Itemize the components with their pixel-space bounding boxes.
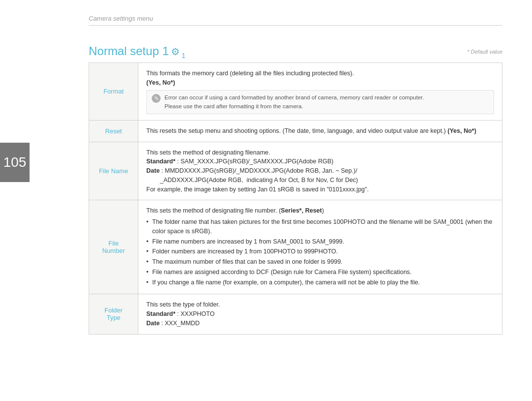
list-item: File names are assigned according to DCF… <box>146 268 494 277</box>
filenumber-label: FileNumber <box>89 200 138 294</box>
filenumber-bullets: The folder name that has taken pictures … <box>146 217 494 287</box>
table-row: File Name This sets the method of design… <box>89 142 502 200</box>
default-value-label: * Default value <box>467 49 502 55</box>
filename-label: File Name <box>89 142 138 200</box>
table-row: FileNumber This sets the method of desig… <box>89 200 502 294</box>
reset-label: Reset <box>89 120 138 142</box>
section-heading: Normal setup 1⚙1 * Default value <box>89 44 502 60</box>
foldertype-content: This sets the type of folder. Standard* … <box>138 294 502 334</box>
foldertype-label: FolderType <box>89 294 138 334</box>
page-number-tab: 105 <box>0 143 30 182</box>
page-container: 105 Camera settings menu Normal setup 1⚙… <box>0 0 532 401</box>
list-item: Folder numbers are increased by 1 from 1… <box>146 247 494 256</box>
header-title: Camera settings menu <box>89 15 153 22</box>
settings-icon: ⚙ <box>171 46 180 58</box>
note-icon: ✎ <box>152 94 161 103</box>
format-note: ✎ Error can occur if using a card format… <box>146 90 494 114</box>
section-title: Normal setup 1⚙1 <box>89 44 186 60</box>
format-label: Format <box>89 62 138 120</box>
table-row: Reset This resets the setup menu and sho… <box>89 120 502 142</box>
header: Camera settings menu <box>89 15 502 26</box>
table-row: Format This formats the memory card (del… <box>89 62 502 120</box>
list-item: If you change a file name (for example, … <box>146 278 494 287</box>
list-item: File name numbers are increased by 1 fro… <box>146 237 494 247</box>
main-content: Normal setup 1⚙1 * Default value Format … <box>89 44 502 335</box>
filename-content: This sets the method of designating file… <box>138 142 502 200</box>
settings-table: Format This formats the memory card (del… <box>89 62 502 335</box>
filenumber-content: This sets the method of designating file… <box>138 200 502 294</box>
list-item: The maximum number of files that can be … <box>146 257 494 267</box>
note-text: Error can occur if using a card formatte… <box>165 93 424 111</box>
table-row: FolderType This sets the type of folder.… <box>89 294 502 334</box>
reset-content: This resets the setup menu and shooting … <box>138 120 502 142</box>
format-content: This formats the memory card (deleting a… <box>138 62 502 120</box>
page-number: 105 <box>3 154 27 170</box>
list-item: The folder name that has taken pictures … <box>146 217 494 236</box>
